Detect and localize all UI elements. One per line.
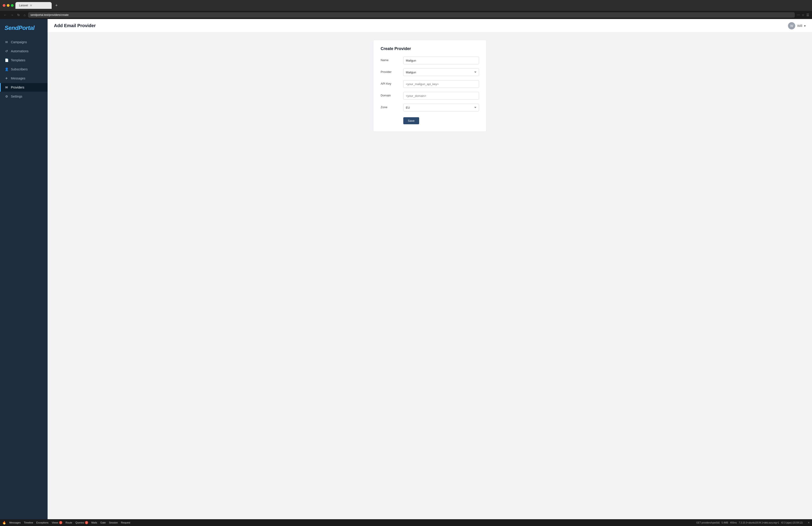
sidebar-item-label: Templates: [11, 58, 25, 62]
campaigns-icon: ✉: [4, 40, 9, 44]
name-input[interactable]: [403, 57, 479, 64]
refresh-button[interactable]: ↻: [16, 13, 21, 17]
sidebar-item-automations[interactable]: ↺ Automations: [0, 47, 47, 56]
zone-field-group: Zone EU US: [381, 104, 479, 111]
provider-select[interactable]: Mailgun Amazon SES Postmark SendGrid: [403, 69, 479, 76]
user-menu[interactable]: W Will ▾: [788, 22, 806, 29]
forward-button[interactable]: →: [10, 13, 14, 17]
app-container: SendPortal ✉ Campaigns ↺ Automations 📄 T…: [0, 19, 812, 519]
close-button[interactable]: [3, 4, 5, 7]
templates-icon: 📄: [4, 58, 9, 62]
app-logo: SendPortal: [0, 19, 47, 37]
traffic-lights: [3, 4, 14, 7]
content-area: Create Provider Name Provider Mailgun Am…: [47, 33, 812, 139]
sidebar-item-campaigns[interactable]: ✉ Campaigns: [0, 38, 47, 46]
save-button[interactable]: Save: [403, 117, 419, 124]
zone-select[interactable]: EU US: [403, 104, 479, 111]
messages-icon: ✈: [4, 76, 9, 80]
domain-field-group: Domain: [381, 92, 479, 100]
page-title: Add Email Provider: [54, 23, 96, 28]
sidebar-item-label: Settings: [11, 95, 23, 98]
create-provider-card: Create Provider Name Provider Mailgun Am…: [373, 40, 487, 132]
providers-icon: ✉: [4, 86, 9, 89]
sidebar-item-label: Automations: [11, 49, 29, 53]
browser-tab[interactable]: Laravel ✕: [15, 2, 52, 9]
sidebar-item-messages[interactable]: ✈ Messages: [0, 74, 47, 82]
address-bar: ← → ↻ ⌂ sendportal.test/providers/create…: [0, 11, 812, 19]
menu-icon[interactable]: ☰: [806, 13, 809, 17]
sidebar-item-label: Campaigns: [11, 40, 27, 44]
api-key-field-group: API Key: [381, 80, 479, 88]
sidebar-item-label: Messages: [11, 76, 25, 80]
api-key-input[interactable]: [403, 80, 479, 88]
automations-icon: ↺: [4, 49, 9, 53]
bookmark-icon[interactable]: ☆: [801, 13, 804, 17]
sidebar-item-label: Providers: [11, 86, 24, 89]
url-bar[interactable]: sendportal.test/providers/create: [28, 12, 795, 18]
sidebar-item-subscribers[interactable]: 👤 Subscribers: [0, 65, 47, 74]
settings-icon: ⚙: [4, 95, 9, 98]
card-title: Create Provider: [381, 46, 479, 51]
back-button[interactable]: ←: [3, 13, 8, 17]
name-field-group: Name: [381, 57, 479, 64]
extensions-icon[interactable]: ⋯: [797, 13, 800, 17]
sidebar-item-label: Subscribers: [11, 67, 28, 71]
browser-titlebar: Laravel ✕ +: [0, 0, 812, 11]
zone-label: Zone: [381, 104, 403, 109]
sidebar-item-providers[interactable]: ✉ Providers: [0, 83, 47, 92]
main-content: Add Email Provider W Will ▾ Create Provi…: [47, 19, 812, 519]
domain-label: Domain: [381, 92, 403, 97]
name-label: Name: [381, 57, 403, 62]
topbar: Add Email Provider W Will ▾: [47, 19, 812, 33]
provider-field-group: Provider Mailgun Amazon SES Postmark Sen…: [381, 69, 479, 76]
domain-input[interactable]: [403, 92, 479, 100]
sidebar-nav: ✉ Campaigns ↺ Automations 📄 Templates 👤 …: [0, 37, 47, 102]
provider-label: Provider: [381, 69, 403, 74]
sidebar-item-templates[interactable]: 📄 Templates: [0, 56, 47, 64]
browser-toolbar-icons: ⋯ ☆ ☰: [797, 13, 809, 17]
tab-title: Laravel: [19, 4, 28, 7]
new-tab-button[interactable]: +: [54, 3, 60, 8]
maximize-button[interactable]: [11, 4, 14, 7]
avatar: W: [788, 22, 795, 29]
user-dropdown-icon: ▾: [804, 24, 806, 28]
api-key-label: API Key: [381, 80, 403, 85]
user-name: Will: [797, 24, 802, 28]
home-button[interactable]: ⌂: [23, 13, 26, 17]
minimize-button[interactable]: [7, 4, 10, 7]
subscribers-icon: 👤: [4, 67, 9, 71]
sidebar-item-settings[interactable]: ⚙ Settings: [0, 92, 47, 101]
tab-close-icon[interactable]: ✕: [30, 4, 32, 7]
sidebar: SendPortal ✉ Campaigns ↺ Automations 📄 T…: [0, 19, 47, 519]
